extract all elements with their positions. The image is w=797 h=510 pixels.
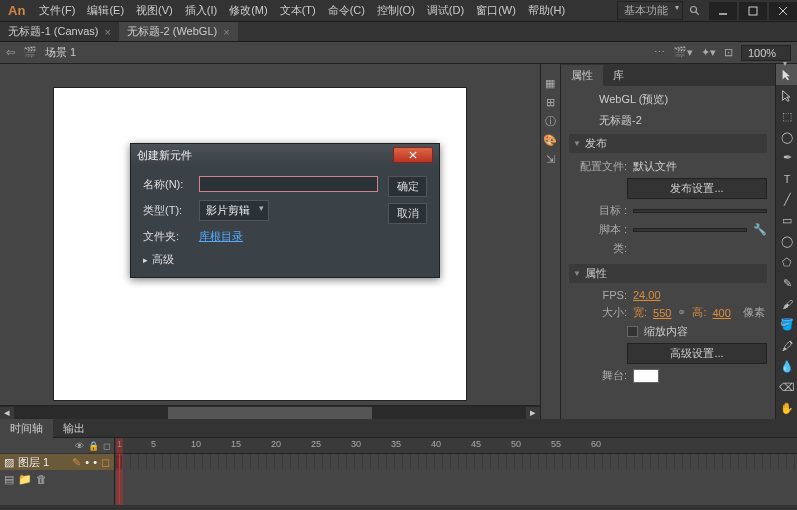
- panel-icon-transform[interactable]: ⇲: [541, 150, 559, 168]
- doc-name-label: 无标题-2: [599, 113, 767, 128]
- eyedropper-tool[interactable]: 💧: [776, 356, 797, 377]
- ruler-mark: 50: [511, 439, 521, 449]
- menu-debug[interactable]: 调试(D): [421, 3, 470, 18]
- lasso-tool[interactable]: ◯: [776, 127, 797, 148]
- hand-tool[interactable]: ✋: [776, 398, 797, 419]
- bucket-tool[interactable]: 🪣: [776, 315, 797, 336]
- tab-library[interactable]: 库: [603, 65, 634, 86]
- profile-value: 默认文件: [633, 159, 677, 174]
- menu-insert[interactable]: 插入(I): [179, 3, 223, 18]
- symbol-type-select[interactable]: 影片剪辑: [199, 200, 269, 221]
- horizontal-scrollbar[interactable]: ◂ ▸: [0, 405, 540, 419]
- class-label: 类:: [577, 241, 627, 256]
- panel-icon-info[interactable]: ⓘ: [541, 112, 559, 130]
- advanced-settings-button[interactable]: 高级设置...: [627, 343, 767, 364]
- pen-tool[interactable]: ✒: [776, 148, 797, 169]
- symbol-name-label: 名称(N):: [143, 177, 193, 192]
- menu-edit[interactable]: 编辑(E): [81, 3, 130, 18]
- eraser-tool[interactable]: ⌫: [776, 377, 797, 398]
- height-label: 高:: [692, 305, 706, 320]
- panel-icon-swatches[interactable]: 🎨: [541, 131, 559, 149]
- panel-icon-align[interactable]: ⊞: [541, 93, 559, 111]
- text-tool[interactable]: T: [776, 168, 797, 189]
- lock-icon[interactable]: 🔒: [88, 441, 99, 451]
- window-minimize-button[interactable]: [709, 2, 737, 20]
- section-publish[interactable]: 发布: [569, 134, 767, 153]
- search-icon[interactable]: [683, 5, 707, 17]
- inkbottle-tool[interactable]: 🖍: [776, 335, 797, 356]
- target-select[interactable]: [633, 209, 767, 213]
- menu-modify[interactable]: 修改(M): [223, 3, 274, 18]
- menu-commands[interactable]: 命令(C): [322, 3, 371, 18]
- window-maximize-button[interactable]: [739, 2, 767, 20]
- menu-help[interactable]: 帮助(H): [522, 3, 571, 18]
- tab-timeline[interactable]: 时间轴: [0, 419, 53, 438]
- symbol-icon[interactable]: ✦▾: [701, 46, 716, 59]
- outline-icon[interactable]: ◻: [103, 441, 110, 451]
- ruler-mark: 35: [391, 439, 401, 449]
- tab-output[interactable]: 输出: [53, 419, 95, 438]
- line-tool[interactable]: ╱: [776, 189, 797, 210]
- menu-window[interactable]: 窗口(W): [470, 3, 522, 18]
- scene-name: 场景 1: [45, 45, 76, 60]
- ok-button[interactable]: 确定: [388, 176, 427, 197]
- menu-text[interactable]: 文本(T): [274, 3, 322, 18]
- link-icon[interactable]: ⚭: [677, 306, 686, 319]
- scroll-left-arrow[interactable]: ◂: [0, 407, 14, 419]
- close-icon[interactable]: ×: [223, 26, 229, 38]
- height-value[interactable]: 400: [712, 307, 730, 319]
- publish-settings-button[interactable]: 发布设置...: [627, 178, 767, 199]
- app-logo: An: [0, 3, 33, 18]
- subselect-tool[interactable]: [776, 85, 797, 106]
- delete-layer-button[interactable]: 🗑: [36, 473, 47, 485]
- transform-tool[interactable]: ⬚: [776, 106, 797, 127]
- section-properties[interactable]: 属性: [569, 264, 767, 283]
- advanced-toggle[interactable]: 高级: [143, 252, 378, 267]
- eye-icon[interactable]: 👁: [75, 441, 84, 451]
- script-select[interactable]: [633, 228, 747, 232]
- close-icon[interactable]: ×: [104, 26, 110, 38]
- timeline-ruler[interactable]: 151015202530354045505560: [115, 438, 797, 454]
- back-icon[interactable]: ⇦: [6, 46, 15, 59]
- workspace-selector[interactable]: 基本功能: [617, 1, 683, 20]
- scroll-thumb[interactable]: [168, 407, 373, 419]
- stage-options-icon[interactable]: ⋯: [654, 46, 665, 59]
- rect-tool[interactable]: ▭: [776, 210, 797, 231]
- symbol-name-input[interactable]: [199, 176, 378, 192]
- brush-tool[interactable]: 🖌: [776, 294, 797, 315]
- fit-icon[interactable]: ⊡: [724, 46, 733, 59]
- pencil-tool[interactable]: ✎: [776, 273, 797, 294]
- clapper-icon[interactable]: 🎬▾: [673, 46, 693, 59]
- menu-control[interactable]: 控制(O): [371, 3, 421, 18]
- target-label: 目标 :: [577, 203, 627, 218]
- new-layer-button[interactable]: ▤: [4, 473, 14, 486]
- symbol-folder-label: 文件夹:: [143, 229, 193, 244]
- ruler-mark: 10: [191, 439, 201, 449]
- stage-label: 舞台:: [577, 368, 627, 383]
- cancel-button[interactable]: 取消: [388, 203, 427, 224]
- scroll-right-arrow[interactable]: ▸: [526, 407, 540, 419]
- fps-value[interactable]: 24.00: [633, 289, 661, 301]
- dialog-close-button[interactable]: [393, 147, 433, 163]
- zoom-selector[interactable]: 100%: [741, 45, 791, 61]
- frame-row[interactable]: [115, 454, 797, 470]
- layer-row[interactable]: ▨ 图层 1 ✎ ••◻: [0, 454, 114, 470]
- doc-tab-2[interactable]: 无标题-2 (WebGL)×: [119, 22, 238, 41]
- stage-color-chip[interactable]: [633, 369, 659, 383]
- menu-file[interactable]: 文件(F): [33, 3, 81, 18]
- tab-properties[interactable]: 属性: [561, 65, 603, 86]
- scale-content-checkbox[interactable]: [627, 326, 638, 337]
- polystar-tool[interactable]: ⬠: [776, 252, 797, 273]
- symbol-folder-link[interactable]: 库根目录: [199, 229, 243, 244]
- menu-view[interactable]: 视图(V): [130, 3, 179, 18]
- dialog-title: 创建新元件: [137, 148, 393, 163]
- svg-line-1: [696, 11, 699, 14]
- wrench-icon[interactable]: 🔧: [753, 223, 767, 237]
- doc-tab-1[interactable]: 无标题-1 (Canvas)×: [0, 22, 119, 41]
- new-folder-button[interactable]: 📁: [18, 473, 32, 486]
- width-value[interactable]: 550: [653, 307, 671, 319]
- window-close-button[interactable]: [769, 2, 797, 20]
- scene-icon[interactable]: 🎬: [23, 46, 37, 59]
- panel-icon-1[interactable]: ▦: [541, 74, 559, 92]
- oval-tool[interactable]: ◯: [776, 231, 797, 252]
